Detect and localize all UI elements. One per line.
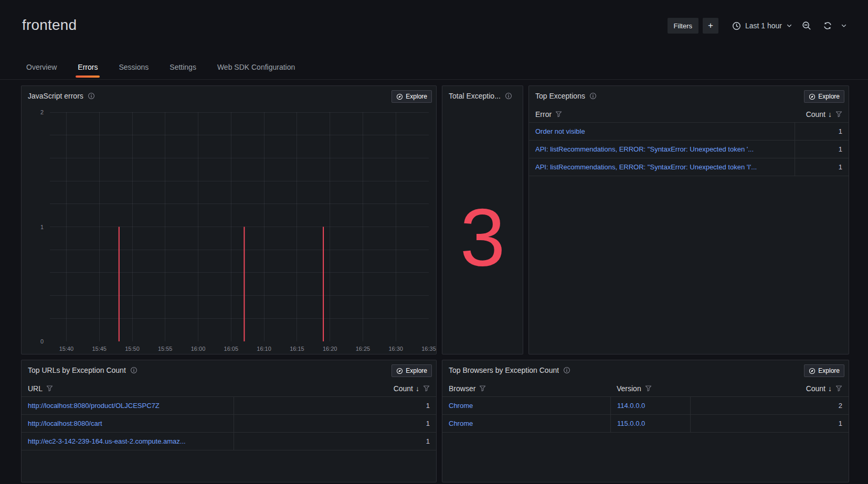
chevron-down-icon <box>786 23 792 29</box>
column-label: Count <box>394 384 413 393</box>
column-header-error[interactable]: Error <box>529 110 795 119</box>
error-spike <box>323 227 324 342</box>
browser-link[interactable]: Chrome <box>449 420 473 427</box>
info-icon[interactable] <box>130 367 137 374</box>
compass-icon <box>396 93 403 100</box>
x-tick-label: 16:15 <box>290 346 304 352</box>
x-tick-label: 15:40 <box>59 346 74 352</box>
y-axis: 012 <box>22 112 47 341</box>
panel-top-urls: Top URLs by Exception Count Explore URL <box>21 360 437 482</box>
explore-label: Explore <box>818 367 840 374</box>
browser-link[interactable]: Chrome <box>449 402 473 410</box>
panel-header: Total Exceptio... <box>442 86 523 105</box>
refresh-interval-dropdown[interactable] <box>839 20 849 31</box>
compass-icon <box>396 368 403 374</box>
tab-overview[interactable]: Overview <box>24 58 59 79</box>
filter-icon[interactable] <box>835 111 842 117</box>
time-range-picker[interactable]: Last 1 hour <box>732 18 792 34</box>
column-label: Count <box>806 384 825 393</box>
time-range-label: Last 1 hour <box>745 21 782 30</box>
x-tick-label: 16:25 <box>356 346 371 352</box>
error-spike <box>244 227 245 342</box>
info-icon[interactable] <box>589 92 597 100</box>
sort-desc-icon[interactable]: ↓ <box>828 110 832 119</box>
compass-icon <box>809 368 816 374</box>
chart-plot[interactable] <box>50 112 429 341</box>
x-tick-label: 16:20 <box>323 346 337 352</box>
explore-button[interactable]: Explore <box>804 90 844 103</box>
url-link[interactable]: http://localhost:8080/cart <box>28 420 102 427</box>
panel-total-exceptions: Total Exceptio... 3 <box>442 85 523 354</box>
column-label: Count <box>806 110 825 119</box>
dashboard-header: frontend Filters + Last 1 hour <box>0 0 868 50</box>
tab-sessions[interactable]: Sessions <box>117 58 151 79</box>
error-link[interactable]: Order not visible <box>535 127 585 135</box>
filter-icon[interactable] <box>46 385 53 392</box>
x-tick-label: 16:10 <box>257 346 271 352</box>
panel-header: Top URLs by Exception Count Explore <box>22 360 436 379</box>
column-header-browser[interactable]: Browser <box>442 384 610 393</box>
filters-button[interactable]: Filters <box>668 18 698 34</box>
column-header-count[interactable]: Count ↓ <box>234 384 436 393</box>
dashboard-tabs: Overview Errors Sessions Settings Web SD… <box>0 57 868 80</box>
add-filter-button[interactable]: + <box>703 18 718 34</box>
page-title: frontend <box>22 17 77 34</box>
table-header-row: Error Count ↓ <box>529 106 849 123</box>
info-icon[interactable] <box>505 92 512 100</box>
panel-title: JavaScript errors <box>28 92 83 100</box>
tab-errors[interactable]: Errors <box>76 58 100 79</box>
info-icon[interactable] <box>88 92 95 100</box>
x-tick-label: 15:50 <box>125 346 140 352</box>
url-link[interactable]: http://localhost:8080/product/OLJCESPC7Z <box>28 402 160 410</box>
table-header-row: URL Count ↓ <box>22 380 436 397</box>
top-urls-table: URL Count ↓ http://localhost:8080/produc… <box>22 380 436 450</box>
url-link[interactable]: http://ec2-3-142-239-164.us-east-2.compu… <box>28 437 186 445</box>
count-cell: 1 <box>234 433 436 450</box>
column-header-url[interactable]: URL <box>22 384 234 393</box>
explore-button[interactable]: Explore <box>391 364 432 377</box>
explore-label: Explore <box>406 93 427 100</box>
version-link[interactable]: 115.0.0.0 <box>617 420 645 427</box>
filter-icon[interactable] <box>555 111 562 117</box>
column-header-count[interactable]: Count ↓ <box>795 110 849 119</box>
table-row: http://localhost:8080/product/OLJCESPC7Z… <box>22 397 436 415</box>
top-browsers-table: Browser Version Count ↓ <box>442 380 849 433</box>
column-header-version[interactable]: Version <box>610 384 690 393</box>
count-cell: 1 <box>795 123 849 140</box>
toolbar: Filters + Last 1 hour <box>668 18 849 34</box>
count-cell: 1 <box>690 415 849 432</box>
filter-icon[interactable] <box>835 385 842 392</box>
tab-web-sdk-configuration[interactable]: Web SDK Configuration <box>215 58 297 79</box>
explore-button[interactable]: Explore <box>804 364 844 377</box>
column-label: Error <box>535 110 552 119</box>
info-icon[interactable] <box>563 367 570 374</box>
error-link[interactable]: API: listRecommendations, ERROR: "Syntax… <box>535 145 754 153</box>
x-tick-label: 15:55 <box>158 346 173 352</box>
explore-label: Explore <box>406 367 427 374</box>
y-tick-label: 0 <box>40 338 44 345</box>
column-header-count[interactable]: Count ↓ <box>690 384 849 393</box>
zoom-out-button[interactable] <box>800 19 813 33</box>
panel-title: Top Browsers by Exception Count <box>449 366 559 374</box>
table-row: API: listRecommendations, ERROR: "Syntax… <box>529 158 849 176</box>
sort-desc-icon[interactable]: ↓ <box>416 384 419 393</box>
count-cell: 1 <box>234 415 436 432</box>
column-label: Browser <box>449 384 475 393</box>
x-tick-label: 15:45 <box>92 346 107 352</box>
table-row: http://localhost:8080/cart 1 <box>22 415 436 433</box>
error-link[interactable]: API: listRecommendations, ERROR: "Syntax… <box>535 163 757 171</box>
filter-icon[interactable] <box>645 385 652 392</box>
chevron-down-icon <box>841 23 847 29</box>
explore-button[interactable]: Explore <box>391 90 432 103</box>
tab-settings[interactable]: Settings <box>167 58 198 79</box>
count-cell: 2 <box>690 397 849 414</box>
clock-icon <box>732 21 741 30</box>
filter-icon[interactable] <box>423 385 430 392</box>
y-tick-label: 1 <box>40 224 44 230</box>
sort-desc-icon[interactable]: ↓ <box>828 384 832 393</box>
filter-icon[interactable] <box>479 385 486 392</box>
y-tick-label: 2 <box>40 109 44 115</box>
table-row: Chrome 114.0.0.0 2 <box>442 397 849 415</box>
refresh-button[interactable] <box>821 19 834 33</box>
version-link[interactable]: 114.0.0.0 <box>617 402 645 410</box>
